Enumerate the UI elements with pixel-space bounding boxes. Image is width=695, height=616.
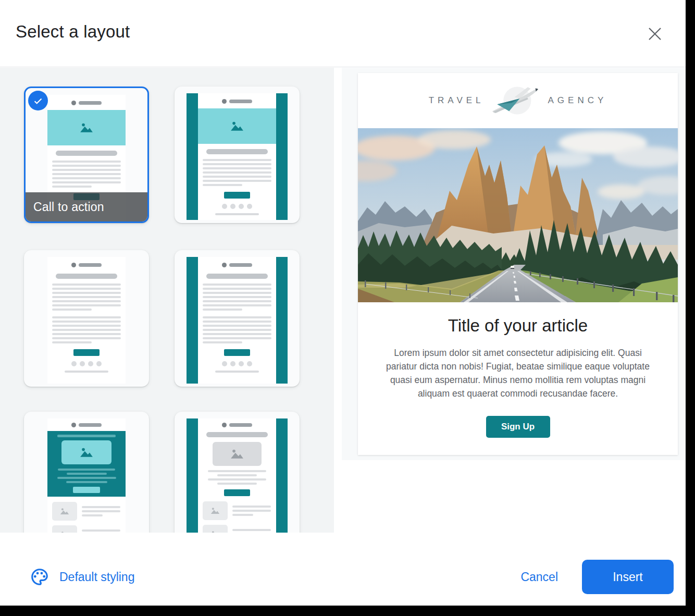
layout-option-6[interactable]: [175, 412, 300, 533]
layout-label: Call to action: [26, 192, 147, 221]
layout-option-4[interactable]: [175, 250, 300, 387]
article-body: Lorem ipsum dolor sit amet consectetur a…: [382, 346, 653, 400]
logo-word-left: TRAVEL: [429, 95, 485, 106]
image-placeholder: [52, 525, 77, 533]
image-placeholder: [61, 440, 111, 464]
image-icon: [60, 508, 69, 515]
image-icon: [210, 507, 220, 514]
dialog-title: Select a layout: [16, 22, 130, 42]
layout-grid: Call to action: [0, 68, 334, 533]
cancel-button[interactable]: Cancel: [515, 567, 563, 587]
featured-section-placeholder: [47, 431, 126, 497]
image-icon: [210, 531, 220, 533]
default-styling-label: Default styling: [59, 570, 134, 584]
plane-icon: [488, 82, 545, 119]
article-hero-photo: [358, 128, 678, 302]
layout-option-3[interactable]: [24, 250, 149, 387]
layout-option-5[interactable]: [24, 412, 149, 533]
image-placeholder: [203, 525, 228, 533]
sign-up-button[interactable]: Sign Up: [486, 416, 550, 438]
image-placeholder: [203, 501, 228, 520]
close-icon: [648, 27, 662, 41]
select-layout-dialog: Select a layout: [0, 0, 686, 606]
image-placeholder: [52, 502, 77, 521]
layout-option-2[interactable]: [175, 87, 300, 223]
insert-button[interactable]: Insert: [582, 560, 674, 594]
hero-image-placeholder: [47, 110, 126, 145]
logo-word-right: AGENCY: [548, 95, 607, 106]
image-icon: [80, 447, 93, 458]
image-icon: [230, 449, 244, 459]
hero-image-placeholder: [198, 108, 276, 144]
article-title: Title of your article: [358, 316, 678, 336]
image-icon: [80, 122, 93, 133]
image-icon: [60, 531, 69, 533]
image-icon: [230, 121, 244, 131]
check-icon: [32, 95, 44, 106]
selected-check-badge: [28, 91, 48, 110]
image-placeholder: [213, 442, 262, 466]
email-preview: TRAVEL AGENCY: [358, 73, 678, 455]
dialog-header: Select a layout: [0, 0, 686, 67]
default-styling-button[interactable]: Default styling: [30, 567, 134, 587]
palette-icon: [30, 567, 49, 587]
close-button[interactable]: [645, 24, 665, 44]
brand-logo: TRAVEL AGENCY: [358, 73, 678, 128]
layout-preview-panel: TRAVEL AGENCY: [342, 68, 686, 460]
layout-option-call-to-action[interactable]: Call to action: [24, 87, 149, 223]
dialog-footer: Default styling Cancel Insert: [0, 548, 686, 606]
